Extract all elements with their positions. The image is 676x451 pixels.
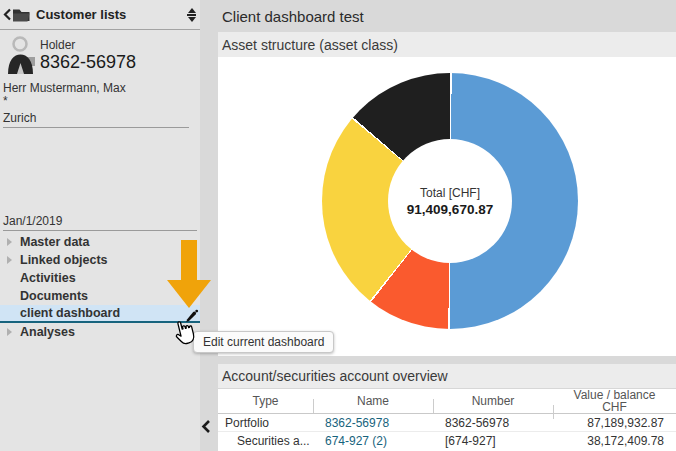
sidebar: Customer lists Holder 8362-56978 Herr Mu… <box>0 0 200 451</box>
sidebar-item-label: Linked objects <box>20 253 108 267</box>
column-header-value-line2: CHF <box>553 401 676 413</box>
page-title: Client dashboard test <box>218 0 676 32</box>
expand-arrow-icon[interactable] <box>7 238 12 246</box>
sidebar-item-label: client dashboard <box>20 306 120 320</box>
cell-value: 38,172,409.78 <box>553 434 676 448</box>
column-header-value[interactable]: Value / balance CHF <box>553 389 676 413</box>
sidebar-item-label: Analyses <box>20 325 75 339</box>
client-card: Holder 8362-56978 Herr Mustermann, Max *… <box>0 30 200 130</box>
sidebar-item-documents[interactable]: Documents <box>0 287 200 305</box>
donut-center: Total [CHF] 91,409,670.87 <box>388 139 512 263</box>
cell-name-link[interactable]: 674-927 (2) <box>313 434 433 448</box>
donut-chart[interactable]: Total [CHF] 91,409,670.87 <box>322 73 578 329</box>
column-header-name[interactable]: Name <box>313 395 433 407</box>
back-chevron-icon[interactable] <box>3 8 12 21</box>
sidebar-item-label: Master data <box>20 235 89 249</box>
reference-date: Jan/1/2019 <box>3 214 197 231</box>
account-overview-panel: Account/securities account overview Type… <box>218 364 676 451</box>
column-header-number[interactable]: Number <box>433 395 553 407</box>
cell-name-link[interactable]: 8362-56978 <box>313 416 433 430</box>
asset-structure-chart-area: Total [CHF] 91,409,670.87 <box>218 57 676 356</box>
sort-icon[interactable] <box>187 8 196 22</box>
column-header-type[interactable]: Type <box>218 395 313 407</box>
sidebar-item-master-data[interactable]: Master data <box>0 233 200 251</box>
holder-label: Holder <box>40 38 75 52</box>
asset-structure-panel-title: Asset structure (asset class) <box>218 32 676 57</box>
main-content: Client dashboard test Asset structure (a… <box>218 0 676 451</box>
cell-type: Securities a... <box>218 434 313 448</box>
donut-total-value: 91,409,670.87 <box>407 202 493 217</box>
cell-number: 8362-56978 <box>433 416 553 430</box>
cell-value: 87,189,932.87 <box>553 416 676 430</box>
table-header-row: Type Name Number Value / balance CHF <box>218 389 676 414</box>
sidebar-item-activities[interactable]: Activities <box>0 269 200 287</box>
asset-structure-panel: Asset structure (asset class) Total [CHF… <box>218 32 676 356</box>
sidebar-item-linked-objects[interactable]: Linked objects <box>0 251 200 269</box>
client-name: Herr Mustermann, Max <box>3 81 126 95</box>
avatar-placeholder-icon <box>6 36 36 78</box>
account-overview-table: Type Name Number Value / balance CHF Por… <box>218 389 676 451</box>
donut-total-label: Total [CHF] <box>420 186 480 200</box>
client-number: 8362-56978 <box>40 52 136 73</box>
folder-icon[interactable] <box>12 8 31 22</box>
table-row[interactable]: Portfolio 8362-56978 8362-56978 87,189,9… <box>218 414 676 432</box>
cell-type: Portfolio <box>218 416 313 430</box>
sidebar-item-label: Activities <box>20 271 76 285</box>
sidebar-title: Customer lists <box>36 7 161 22</box>
collapse-chevron-icon[interactable] <box>201 419 211 438</box>
sidebar-item-label: Documents <box>20 289 88 303</box>
tooltip: Edit current dashboard <box>193 331 334 353</box>
client-city: Zurich <box>3 111 189 128</box>
menu-icon[interactable] <box>161 7 179 22</box>
client-star: * <box>3 94 8 108</box>
sidebar-header: Customer lists <box>0 0 200 30</box>
expand-arrow-icon[interactable] <box>7 328 12 336</box>
cell-number: [674-927] <box>433 434 553 448</box>
expand-arrow-icon[interactable] <box>7 256 12 264</box>
account-overview-panel-title: Account/securities account overview <box>218 364 676 389</box>
table-row[interactable]: Securities a... 674-927 (2) [674-927] 38… <box>218 432 676 450</box>
